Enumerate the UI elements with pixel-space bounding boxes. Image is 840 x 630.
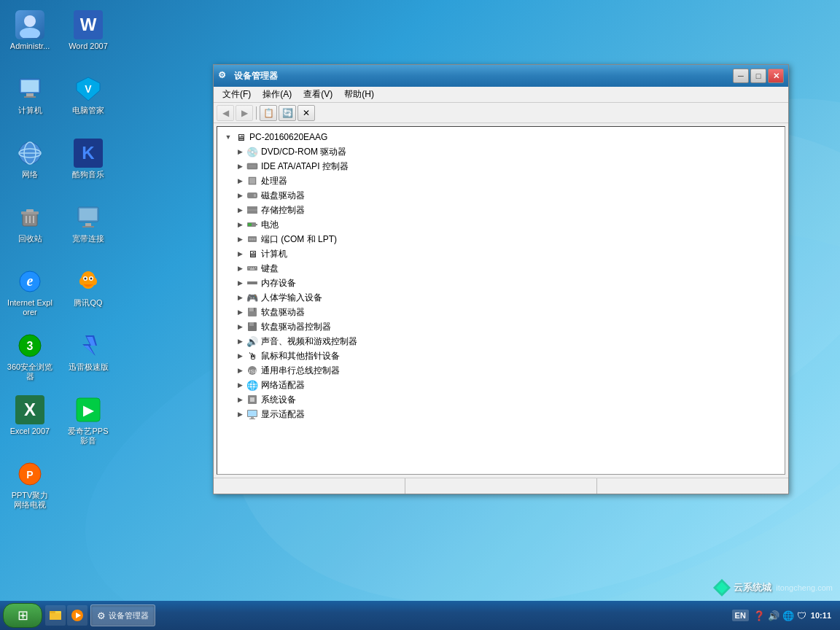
tree-memory[interactable]: ▶ 内存设备 [229,276,785,290]
hid-icon: 🎮 [246,292,258,303]
tree-cpu[interactable]: ▶ 处理器 [229,174,785,188]
desktop-icon-word2007[interactable]: W Word 2007 [62,7,114,71]
admin-icon [15,10,44,39]
tree-floppy-ctrl[interactable]: ▶ 软盘驱动器控制器 [229,319,785,334]
menu-view[interactable]: 查看(V) [298,87,338,102]
tree-dvd[interactable]: ▶ 💿 DVD/CD-ROM 驱动器 [229,144,785,159]
floppy-ctrl-label: 软盘驱动器控制器 [261,321,331,333]
desktop-icon-360[interactable]: 3 360安全浏览器 [4,328,56,392]
expand-dvd[interactable]: ▶ [235,147,245,157]
desktop-icon-ie[interactable]: e Internet Explorer [4,264,56,328]
tree-port[interactable]: ▶ 端口 (COM 和 LPT) [229,232,785,246]
expand-disk[interactable]: ▶ [235,190,245,201]
aiqiyi-label: 爱奇艺PPS影音 [65,427,112,446]
menu-file[interactable]: 文件(F) [217,87,257,102]
desktop-icon-qq[interactable]: 腾讯QQ [62,264,114,328]
usb-label: 通用串行总线控制器 [261,365,340,377]
desktop-icon-xunlei[interactable]: 迅雷极速版 [62,328,114,392]
port-label: 端口 (COM 和 LPT) [261,233,337,246]
taskbar-dm-button[interactable]: ⚙ 设备管理器 [90,604,155,626]
desktop-icon-excel[interactable]: X Excel 2007 [4,392,56,456]
tree-keyboard[interactable]: ▶ 键盘 [229,261,785,276]
desktop-icon-computer[interactable]: 计算机 [4,71,56,136]
tree-usb[interactable]: ▶ USB 通用串行总线控制器 [229,363,785,378]
maximize-button[interactable]: □ [750,69,766,83]
expand-memory[interactable]: ▶ [235,278,245,288]
taskbar-media[interactable] [67,605,88,626]
expand-floppy[interactable]: ▶ [235,307,245,317]
tree-netadapter[interactable]: ▶ 🌐 网络适配器 [229,378,785,392]
tree-hid[interactable]: ▶ 🎮 人体学输入设备 [229,290,785,305]
tree-ide[interactable]: ▶ IDE ATA/ATAPI 控制器 [229,159,785,174]
tree-audio[interactable]: ▶ 🔊 声音、视频和游戏控制器 [229,334,785,349]
device-tree[interactable]: ▼ 🖥 PC-20160620EAAG ▶ 💿 DVD/CD-ROM 驱动器 ▶… [217,126,785,475]
svg-point-57 [254,238,256,241]
tree-floppy[interactable]: ▶ 软盘驱动器 [229,305,785,319]
desktop-icon-aiqiyi[interactable]: ▶ 爱奇艺PPS影音 [62,392,114,456]
broadband-icon [74,203,103,232]
minimize-button[interactable]: ─ [733,69,749,83]
tree-display[interactable]: ▶ 显示适配器 [229,407,785,421]
expand-keyboard[interactable]: ▶ [235,263,245,273]
tray-help-icon[interactable]: ❓ [753,610,765,621]
tray-speaker-icon[interactable]: 🔊 [768,610,779,621]
expand-battery[interactable]: ▶ [235,219,245,230]
tree-mouse[interactable]: ▶ 🖱 鼠标和其他指针设备 [229,349,785,363]
clock-time: 10:11 [811,610,831,621]
netadapter-label: 网络适配器 [261,379,305,392]
audio-label: 声音、视频和游戏控制器 [261,335,357,348]
tree-battery[interactable]: ▶ 电池 [229,217,785,232]
tree-storage[interactable]: ▶ 存储控制器 [229,203,785,217]
desktop-icon-recycle[interactable]: 回收站 [4,200,56,264]
expand-mouse[interactable]: ▶ [235,351,245,361]
expand-root[interactable]: ▼ [223,132,233,142]
tree-disk[interactable]: ▶ 磁盘驱动器 [229,188,785,203]
battery-label: 电池 [261,219,279,231]
taskbar-explorer[interactable] [45,605,66,626]
expand-netadapter[interactable]: ▶ [235,380,245,390]
tree-sysdev[interactable]: ▶ 系统设备 [229,392,785,407]
close-button[interactable]: ✕ [768,69,784,83]
desktop-icon-admin[interactable]: Administr... [4,7,56,71]
expand-audio[interactable]: ▶ [235,336,245,346]
mouse-icon: 🖱 [246,350,258,362]
display-icon [246,408,258,420]
desktop: Administr... W Word 2007 计算机 V 电脑管家 [4,7,120,521]
lang-indicator[interactable]: EN [732,610,749,621]
expand-cpu[interactable]: ▶ [235,176,245,186]
toolbar-properties[interactable]: 📋 [260,105,277,121]
clock[interactable]: 10:11 [811,610,831,621]
expand-hid[interactable]: ▶ [235,292,245,303]
expand-display[interactable]: ▶ [235,409,245,419]
desktop-icon-broadband[interactable]: 宽带连接 [62,200,114,264]
tray-icons: ❓ 🔊 🌐 🛡 [753,610,806,621]
toolbar-uninstall[interactable]: ✕ [298,105,315,121]
menu-action[interactable]: 操作(A) [257,87,298,102]
expand-computer[interactable]: ▶ [235,249,245,259]
expand-usb[interactable]: ▶ [235,365,245,376]
tree-computer[interactable]: ▶ 🖥 计算机 [229,246,785,261]
desktop-icon-kugou[interactable]: K 酷狗音乐 [62,136,114,200]
toolbar-forward[interactable]: ▶ [236,105,253,121]
expand-storage[interactable]: ▶ [235,205,245,215]
tray-network-icon[interactable]: 🌐 [782,610,794,621]
menu-help[interactable]: 帮助(H) [338,87,380,102]
desktop-icon-network[interactable]: 网络 [4,136,56,200]
toolbar-back[interactable]: ◀ [217,105,234,121]
expand-port[interactable]: ▶ [235,234,245,244]
desktop-icon-diannaogj[interactable]: V 电脑管家 [62,71,114,136]
keyboard-icon [246,262,258,274]
toolbar-update[interactable]: 🔄 [279,105,296,121]
admin-label: Administr... [10,42,50,51]
desktop-icon-pptv[interactable]: P PPTV聚力 网络电视 [4,456,56,521]
start-button[interactable]: ⊞ [3,603,42,628]
tray-antivirus-icon[interactable]: 🛡 [797,610,806,621]
toolbar-sep1 [256,106,257,120]
expand-ide[interactable]: ▶ [235,161,245,171]
expand-floppy-ctrl[interactable]: ▶ [235,322,245,332]
xunlei-label: 迅雷极速版 [69,362,109,372]
status-pane-1 [214,478,405,494]
titlebar[interactable]: ⚙ 设备管理器 ─ □ ✕ [214,65,788,87]
tree-computer-root[interactable]: ▼ 🖥 PC-20160620EAAG [217,130,785,144]
expand-sysdev[interactable]: ▶ [235,394,245,405]
